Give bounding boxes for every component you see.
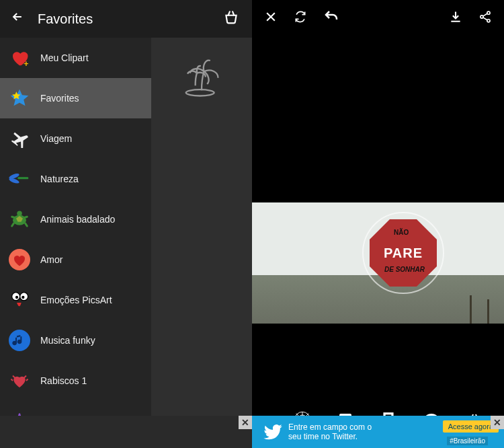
svg-point-12 bbox=[186, 89, 214, 96]
category-list[interactable]: + Meu Clipart Favorites Viagem bbox=[0, 38, 151, 448]
category-label: Favorites bbox=[40, 93, 79, 104]
sticker-grid bbox=[151, 38, 252, 448]
editor-header bbox=[252, 0, 504, 34]
ad-close-left[interactable]: ✕ bbox=[239, 416, 252, 429]
ad-left-slot: ✕ bbox=[0, 416, 252, 448]
category-amor[interactable]: Amor bbox=[0, 239, 151, 280]
svg-text:+: + bbox=[24, 59, 28, 69]
sticker-palm-tree[interactable] bbox=[171, 44, 232, 105]
canvas[interactable]: NÃO PARE DE SONHAR bbox=[252, 34, 504, 401]
svg-rect-3 bbox=[17, 177, 28, 179]
refresh-button[interactable] bbox=[286, 10, 315, 24]
category-rabiscos1[interactable]: Rabiscos 1 bbox=[0, 361, 151, 401]
close-button[interactable] bbox=[256, 10, 286, 24]
dragonfly-icon bbox=[8, 167, 31, 190]
category-favorites[interactable]: Favorites bbox=[0, 78, 151, 118]
ad-banner: ✕ Entre em campo com oseu time no Twitte… bbox=[0, 416, 504, 448]
category-emocoes[interactable]: Emoções PicsArt bbox=[0, 280, 151, 320]
shop-basket-icon[interactable] bbox=[217, 9, 245, 29]
category-label: Rabiscos 1 bbox=[40, 375, 87, 386]
share-button[interactable] bbox=[470, 10, 500, 24]
star-icon bbox=[8, 87, 31, 110]
scribble-heart-icon bbox=[8, 369, 31, 392]
airplane-icon bbox=[8, 127, 31, 150]
stop-sign-sticker[interactable]: NÃO PARE DE SONHAR bbox=[366, 216, 440, 290]
ad-text: Entre em campo com oseu time no Twitter. bbox=[288, 422, 443, 442]
music-note-icon bbox=[8, 329, 31, 352]
svg-point-5 bbox=[17, 211, 22, 217]
heart-circle-icon bbox=[8, 248, 31, 271]
category-label: Amor bbox=[40, 254, 62, 265]
category-label: Emoções PicsArt bbox=[40, 295, 112, 305]
ad-hashtag: #Brasileirão bbox=[447, 437, 488, 445]
editor-panel: NÃO PARE DE SONHAR ◀ vo Reflexo do... Fo… bbox=[252, 0, 504, 448]
category-natureza[interactable]: Natureza bbox=[0, 159, 151, 199]
svg-point-8 bbox=[15, 296, 18, 299]
ad-right-slot[interactable]: Entre em campo com oseu time no Twitter.… bbox=[252, 416, 504, 448]
category-musica[interactable]: Musica funky bbox=[0, 320, 151, 361]
download-button[interactable] bbox=[441, 10, 470, 24]
heart-plus-icon: + bbox=[8, 46, 31, 69]
category-meu-clipart[interactable]: + Meu Clipart bbox=[0, 38, 151, 78]
back-button[interactable] bbox=[7, 10, 28, 28]
svg-point-10 bbox=[22, 296, 24, 299]
category-animais[interactable]: Animais badalado bbox=[0, 199, 151, 239]
ad-close-right[interactable]: ✕ bbox=[491, 416, 504, 429]
undo-button[interactable] bbox=[315, 9, 347, 25]
sign-main-text: PARE bbox=[384, 246, 423, 261]
category-label: Animais badalado bbox=[40, 214, 115, 225]
left-body: + Meu Clipart Favorites Viagem bbox=[0, 38, 252, 448]
sign-top-text: NÃO bbox=[394, 229, 409, 236]
left-header: Favorites bbox=[0, 0, 252, 38]
face-tongue-icon bbox=[8, 289, 31, 311]
turtle-icon bbox=[8, 208, 31, 231]
category-label: Musica funky bbox=[40, 335, 95, 346]
twitter-icon bbox=[263, 422, 283, 442]
page-title: Favorites bbox=[38, 11, 217, 27]
category-label: Meu Clipart bbox=[40, 52, 89, 63]
category-viagem[interactable]: Viagem bbox=[0, 118, 151, 159]
sign-bottom-text: DE SONHAR bbox=[384, 266, 425, 273]
category-label: Natureza bbox=[40, 174, 79, 184]
edited-photo[interactable]: NÃO PARE DE SONHAR bbox=[252, 202, 504, 324]
category-label: Viagem bbox=[40, 133, 72, 144]
favorites-panel: Favorites + Meu Clipart Favorites bbox=[0, 0, 252, 448]
